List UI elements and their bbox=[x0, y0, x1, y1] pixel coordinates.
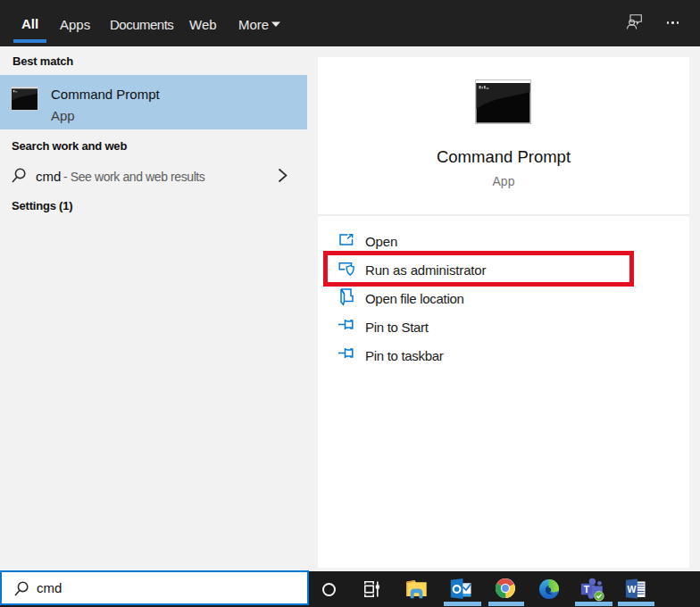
svg-text:W: W bbox=[627, 584, 636, 595]
svg-text:T: T bbox=[584, 584, 590, 595]
